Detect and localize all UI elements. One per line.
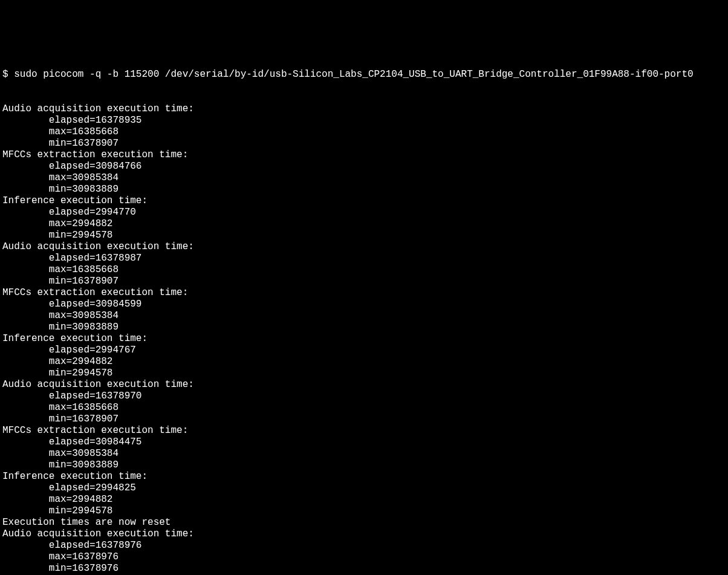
timing-elapsed: elapsed=2994767 (2, 345, 726, 356)
block-title: Inference execution time: (2, 333, 726, 345)
block-title: Audio acquisition execution time: (2, 241, 726, 253)
timing-elapsed: elapsed=30984599 (2, 299, 726, 310)
timing-max: max=30985384 (2, 448, 726, 460)
timing-max: max=2994882 (2, 218, 726, 230)
command-text: sudo picocom -q -b 115200 /dev/serial/by… (14, 69, 693, 80)
terminal-output: Audio acquisition execution time: elapse… (2, 103, 726, 575)
timing-min: min=16378907 (2, 138, 726, 149)
timing-elapsed: elapsed=2994770 (2, 207, 726, 218)
timing-min: min=2994578 (2, 368, 726, 379)
timing-min: min=16378907 (2, 414, 726, 425)
block-title: MFCCs extraction execution time: (2, 149, 726, 161)
timing-min: min=16378976 (2, 563, 726, 574)
timing-min: min=30983889 (2, 184, 726, 195)
command-line: $ sudo picocom -q -b 115200 /dev/serial/… (2, 69, 726, 80)
timing-elapsed: elapsed=16378970 (2, 391, 726, 402)
timing-elapsed: elapsed=2994825 (2, 482, 726, 494)
timing-elapsed: elapsed=16378976 (2, 540, 726, 551)
reset-message: Execution times are now reset (2, 517, 726, 528)
timing-elapsed: elapsed=16378987 (2, 253, 726, 264)
timing-elapsed: elapsed=16378935 (2, 115, 726, 126)
timing-max: max=16385668 (2, 264, 726, 276)
timing-max: max=30985384 (2, 310, 726, 322)
prompt: $ (2, 69, 14, 80)
block-title: Audio acquisition execution time: (2, 528, 726, 540)
timing-max: max=2994882 (2, 494, 726, 505)
timing-elapsed: elapsed=30984766 (2, 161, 726, 172)
timing-max: max=16385668 (2, 126, 726, 138)
timing-max: max=16378976 (2, 551, 726, 563)
block-title: MFCCs extraction execution time: (2, 425, 726, 437)
timing-min: min=30983889 (2, 460, 726, 471)
block-title: Audio acquisition execution time: (2, 379, 726, 391)
timing-elapsed: elapsed=30984475 (2, 437, 726, 448)
block-title: MFCCs extraction execution time: (2, 287, 726, 299)
terminal-window[interactable]: $ sudo picocom -q -b 115200 /dev/serial/… (0, 46, 728, 575)
timing-max: max=16385668 (2, 402, 726, 414)
block-title: Audio acquisition execution time: (2, 103, 726, 115)
timing-min: min=2994578 (2, 230, 726, 241)
timing-max: max=2994882 (2, 356, 726, 368)
timing-min: min=16378907 (2, 276, 726, 287)
timing-max: max=30985384 (2, 172, 726, 184)
timing-min: min=30983889 (2, 322, 726, 333)
block-title: Inference execution time: (2, 471, 726, 482)
timing-min: min=2994578 (2, 505, 726, 517)
block-title: Inference execution time: (2, 195, 726, 207)
